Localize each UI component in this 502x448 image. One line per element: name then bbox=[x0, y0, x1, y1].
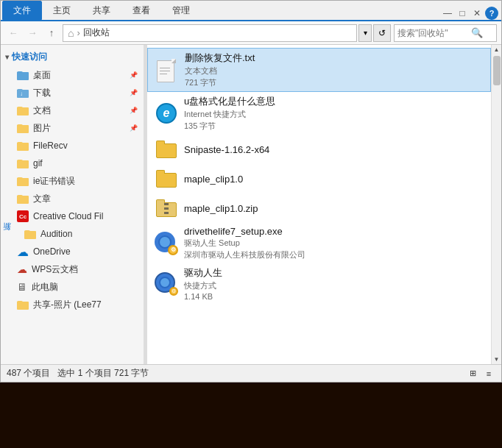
file-meta1-drive: 驱动人生 Setup bbox=[184, 238, 484, 249]
back-button[interactable]: ← bbox=[5, 25, 21, 41]
file-info-drive-shortcut: 驱动人生 快捷方式 1.14 KB bbox=[184, 266, 484, 301]
sidebar-item-documents[interactable]: 文档 📌 bbox=[1, 102, 144, 119]
help-icon[interactable]: ? bbox=[485, 7, 498, 20]
quick-access-label: 快速访问 bbox=[12, 51, 47, 63]
maximize-icon[interactable]: □ bbox=[456, 7, 469, 20]
selected-info: 选中 1 个项目 721 字节 bbox=[57, 367, 149, 380]
scrollbar-thumb[interactable] bbox=[493, 56, 501, 85]
file-list: 删除恢复文件.txt 文本文档 721 字节 e u盘格式化是什么意思 Inte… bbox=[147, 45, 491, 364]
list-view-button[interactable]: ≡ bbox=[482, 367, 495, 380]
scrollbar-track[interactable]: ▲ ▼ bbox=[491, 45, 501, 364]
file-info-maple-zip: maple_clip1.0.zip bbox=[184, 203, 484, 214]
up-button[interactable]: ↑ bbox=[43, 25, 60, 41]
onedrive-icon: ☁ bbox=[17, 245, 29, 259]
sidebar-item-shared[interactable]: 共享-照片 (Lee77 bbox=[1, 296, 144, 313]
file-item-drive-shortcut[interactable]: ⚙ 驱动人生 快捷方式 1.14 KB bbox=[147, 263, 491, 304]
desktop-label: 桌面 bbox=[33, 69, 51, 82]
creative-cloud-icon: Cc bbox=[17, 210, 29, 222]
content-area: 新 ▾ 快速访问 桌面 📌 ↓ 下载 📌 bbox=[1, 45, 501, 364]
tab-share[interactable]: 共享 bbox=[82, 1, 121, 20]
articles-folder-icon bbox=[17, 193, 29, 204]
file-name-snipaste: Snipaste-1.16.2-x64 bbox=[184, 144, 484, 155]
drive-shortcut-icon: ⚙ bbox=[155, 272, 178, 296]
search-icon[interactable]: 🔍 bbox=[471, 27, 483, 38]
sidebar-item-articles[interactable]: 文章 bbox=[1, 190, 144, 207]
file-name-maple-zip: maple_clip1.0.zip bbox=[184, 203, 484, 214]
file-item-txt[interactable]: 删除恢复文件.txt 文本文档 721 字节 bbox=[147, 48, 491, 92]
minimize-icon[interactable]: — bbox=[441, 7, 454, 20]
scroll-up-button[interactable]: ▲ bbox=[494, 45, 500, 54]
file-name-drive-shortcut: 驱动人生 bbox=[184, 266, 484, 280]
file-info-ie: u盘格式化是什么意思 Internet 快捷方式 135 字节 bbox=[184, 95, 484, 132]
drive-setup-icon: ⚙ bbox=[155, 232, 178, 255]
sidebar-item-audition[interactable]: Audition bbox=[1, 225, 144, 243]
breadcrumb-home-icon: ⌂ bbox=[68, 27, 74, 39]
refresh-button[interactable]: ↺ bbox=[373, 24, 391, 42]
address-field[interactable]: ⌂ › 回收站 bbox=[63, 24, 357, 42]
pictures-folder-icon bbox=[17, 123, 29, 133]
search-box[interactable]: 🔍 bbox=[394, 24, 497, 42]
sidebar-item-creative-cloud[interactable]: Cc Creative Cloud Fil bbox=[1, 207, 144, 225]
file-area: 删除恢复文件.txt 文本文档 721 字节 e u盘格式化是什么意思 Inte… bbox=[147, 45, 491, 364]
tab-view[interactable]: 查看 bbox=[121, 1, 161, 20]
gif-label: gif bbox=[33, 158, 43, 168]
scroll-down-button[interactable]: ▼ bbox=[494, 355, 500, 364]
search-input[interactable] bbox=[397, 28, 471, 38]
file-item-drive-setup[interactable]: ⚙ drivethelife7_setup.exe 驱动人生 Setup 深圳市… bbox=[147, 223, 491, 263]
file-item-ie[interactable]: e u盘格式化是什么意思 Internet 快捷方式 135 字节 bbox=[147, 92, 491, 135]
sidebar-item-gif[interactable]: gif bbox=[1, 154, 144, 172]
tab-home[interactable]: 主页 bbox=[42, 1, 82, 20]
file-size-txt: 721 字节 bbox=[185, 77, 483, 88]
new-label: 新 bbox=[1, 236, 13, 239]
documents-folder-icon bbox=[17, 105, 29, 115]
pictures-label: 图片 bbox=[33, 122, 51, 135]
grid-view-button[interactable]: ⊞ bbox=[466, 367, 479, 380]
gif-folder-icon bbox=[17, 158, 29, 168]
sidebar-item-desktop[interactable]: 桌面 📌 bbox=[1, 66, 144, 84]
ie-file-icon: e bbox=[155, 102, 178, 125]
sidebar-item-filerecv[interactable]: FileRecv bbox=[1, 137, 144, 154]
pin-icon-pic: 📌 bbox=[130, 124, 138, 132]
downloads-folder-icon: ↓ bbox=[17, 88, 29, 98]
snipaste-folder-icon bbox=[155, 138, 178, 161]
filerecv-label: FileRecv bbox=[33, 141, 68, 151]
sidebar-item-onedrive[interactable]: ☁ OneDrive bbox=[1, 243, 144, 260]
address-bar: ← → ↑ ⌂ › 回收站 ▾ ↺ 🔍 bbox=[1, 21, 501, 45]
tab-manage[interactable]: 管理 bbox=[161, 1, 201, 20]
file-item-maple[interactable]: maple_clip1.0 bbox=[147, 164, 491, 193]
documents-label: 文档 bbox=[33, 104, 51, 117]
file-size-shortcut: 1.14 KB bbox=[184, 292, 484, 301]
pin-icon-dl: 📌 bbox=[130, 89, 138, 96]
forward-button[interactable]: → bbox=[24, 25, 40, 41]
file-meta-ie: Internet 快捷方式 bbox=[184, 109, 484, 120]
pin-icon: 📌 bbox=[130, 71, 138, 79]
creative-cloud-label: Creative Cloud Fil bbox=[33, 211, 103, 221]
status-bar: 487 个项目 选中 1 个项目 721 字节 ⊞ ≡ bbox=[1, 364, 501, 382]
pin-icon-doc: 📌 bbox=[130, 107, 138, 114]
sidebar: 新 ▾ 快速访问 桌面 📌 ↓ 下载 📌 bbox=[1, 45, 144, 364]
sidebar-item-downloads[interactable]: ↓ 下载 📌 bbox=[1, 84, 144, 102]
sidebar-item-wps[interactable]: ☁ WPS云文档 bbox=[1, 260, 144, 278]
address-dropdown-button[interactable]: ▾ bbox=[358, 24, 372, 42]
articles-label: 文章 bbox=[33, 193, 51, 205]
item-count: 487 个项目 bbox=[7, 367, 50, 380]
onedrive-label: OneDrive bbox=[33, 246, 71, 257]
file-name-maple: maple_clip1.0 bbox=[184, 174, 484, 185]
shared-folder-icon bbox=[17, 299, 29, 310]
file-info-drive-setup: drivethelife7_setup.exe 驱动人生 Setup 深圳市驱动… bbox=[184, 226, 484, 260]
file-meta-txt: 文本文档 bbox=[185, 65, 483, 77]
sidebar-item-pictures[interactable]: 图片 📌 bbox=[1, 119, 144, 137]
txt-file-icon bbox=[155, 58, 179, 82]
close-icon[interactable]: ✕ bbox=[470, 7, 484, 20]
file-info-maple: maple_clip1.0 bbox=[184, 174, 484, 185]
file-item-maple-zip[interactable]: maple_clip1.0.zip bbox=[147, 193, 491, 223]
file-item-snipaste[interactable]: Snipaste-1.16.2-x64 bbox=[147, 135, 491, 164]
file-meta2-drive: 深圳市驱动人生科技股份有限公司 bbox=[184, 249, 484, 260]
tab-file[interactable]: 文件 bbox=[2, 1, 42, 20]
file-size-ie: 135 字节 bbox=[184, 121, 484, 132]
sidebar-item-this-pc[interactable]: 🖥 此电脑 bbox=[1, 278, 144, 296]
quick-access-header[interactable]: ▾ 快速访问 bbox=[1, 48, 144, 66]
wps-label: WPS云文档 bbox=[32, 263, 78, 276]
pc-icon: 🖥 bbox=[17, 281, 27, 293]
sidebar-item-iecert[interactable]: ie证书错误 bbox=[1, 172, 144, 190]
